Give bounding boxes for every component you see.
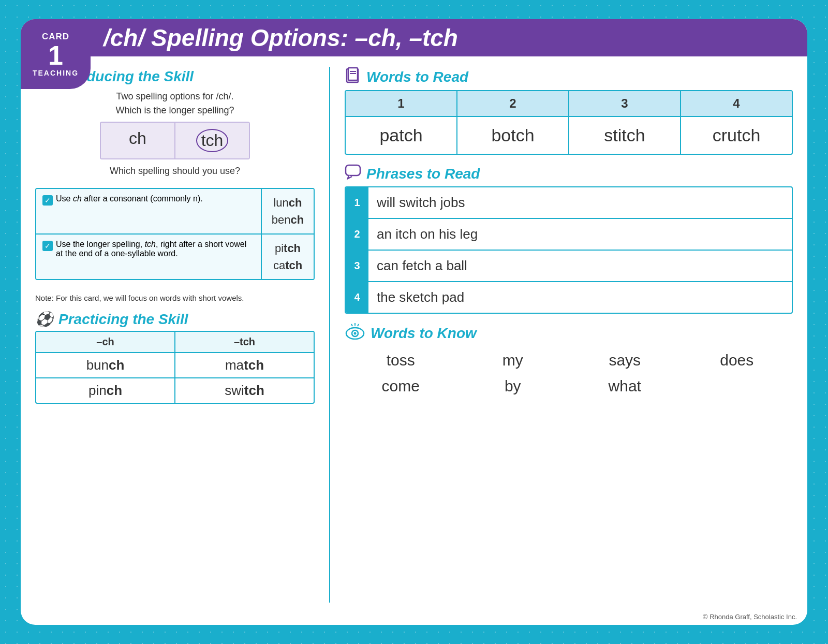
know-word-toss: toss <box>345 347 457 373</box>
svg-line-7 <box>358 324 359 326</box>
header-title: /ch/ Spelling Options: –ch, –tch <box>103 24 458 52</box>
words-table: 1 2 3 4 patch botch stitch crutch <box>345 90 793 155</box>
right-column: Words to Read 1 2 3 4 patch botch stitch… <box>345 67 793 603</box>
word-patch: patch <box>346 117 457 154</box>
words-to-know-grid: toss my says does come by what <box>345 347 793 399</box>
words-col-4: 4 <box>681 91 792 116</box>
rule-1-text: Use ch after a consonant (commonly n). <box>36 189 262 233</box>
eye-icon <box>345 323 365 343</box>
intro-text: Two spelling options for /ch/. Which is … <box>35 90 315 118</box>
card-sub-label: TEACHING <box>33 69 79 77</box>
column-divider <box>329 67 330 603</box>
rule-1-example: lunch bench <box>262 189 314 233</box>
card-number: 1 <box>48 42 63 69</box>
phrase-row-4: 4 the sketch pad <box>346 282 792 313</box>
phrase-text-1: will switch jobs <box>368 187 474 218</box>
ch-option1: ch <box>101 123 174 158</box>
know-word-come: come <box>345 373 457 399</box>
phrase-num-4: 4 <box>346 282 368 313</box>
know-word-my: my <box>457 347 569 373</box>
words-col-3: 3 <box>569 91 681 116</box>
copyright-text: © Rhonda Graff, Scholastic Inc. <box>703 613 797 621</box>
rules-table: Use ch after a consonant (commonly n). l… <box>35 188 315 280</box>
practice-cell-2-2: switch <box>175 378 314 403</box>
left-column: ✪ Introducing the Skill Two spelling opt… <box>35 67 315 603</box>
rule-row-2: Use the longer spelling, tch, right afte… <box>36 235 314 279</box>
words-header-row: 1 2 3 4 <box>346 91 792 116</box>
practice-col1-header: –ch <box>36 332 175 352</box>
footer: © Rhonda Graff, Scholastic Inc. <box>21 611 807 625</box>
rule-2-text: Use the longer spelling, tch, right afte… <box>36 235 262 279</box>
checkbox-icon-2 <box>42 241 53 251</box>
words-to-know-heading: Words to Know <box>345 323 793 343</box>
ch-option2: tch <box>174 123 249 158</box>
words-to-read-heading: Words to Read <box>345 67 793 87</box>
book-icon <box>345 67 361 87</box>
practice-table: –ch –tch bunch match pinch <box>35 331 315 404</box>
word-botch: botch <box>457 117 569 154</box>
phrases-heading: Phrases to Read <box>345 164 793 183</box>
note-text: Note: For this card, we will focus on wo… <box>35 292 315 303</box>
words-col-2: 2 <box>457 91 569 116</box>
practice-cell-2-1: pinch <box>36 378 175 403</box>
know-word-empty <box>681 373 793 399</box>
phrases-section: Phrases to Read 1 will switch jobs 2 an … <box>345 164 793 314</box>
svg-rect-4 <box>346 165 360 175</box>
word-stitch: stitch <box>569 117 681 154</box>
practice-row-1: bunch match <box>36 353 314 378</box>
svg-point-10 <box>354 332 357 335</box>
phrase-num-2: 2 <box>346 219 368 250</box>
phrase-num-1: 1 <box>346 187 368 218</box>
know-word-by: by <box>457 373 569 399</box>
practice-cell-1-2: match <box>175 353 314 377</box>
tch-circled: tch <box>196 129 229 152</box>
phrase-row-3: 3 can fetch a ball <box>346 251 792 282</box>
practice-section: ⚽ Practicing the Skill –ch –tch bunch ma… <box>35 311 315 404</box>
phrase-text-4: the sketch pad <box>368 282 472 313</box>
soccer-icon: ⚽ <box>35 311 53 328</box>
know-word-does: does <box>681 347 793 373</box>
phrase-num-3: 3 <box>346 251 368 281</box>
practice-cell-1-1: bunch <box>36 353 175 377</box>
speech-bubble-icon <box>345 164 361 183</box>
checkbox-icon-1 <box>42 195 53 206</box>
phrase-row-1: 1 will switch jobs <box>346 187 792 219</box>
practice-heading: ⚽ Practicing the Skill <box>35 311 315 328</box>
know-word-what: what <box>569 373 681 399</box>
words-to-read-section: Words to Read 1 2 3 4 patch botch stitch… <box>345 67 793 155</box>
card: CARD 1 TEACHING /ch/ Spelling Options: –… <box>21 19 807 625</box>
phrases-table: 1 will switch jobs 2 an itch on his leg … <box>345 186 793 314</box>
know-word-says: says <box>569 347 681 373</box>
words-data-row: patch botch stitch crutch <box>346 116 792 154</box>
header-bar: /ch/ Spelling Options: –ch, –tch <box>21 19 807 56</box>
svg-line-6 <box>351 324 352 326</box>
word-crutch: crutch <box>681 117 792 154</box>
practice-col2-header: –tch <box>175 332 314 352</box>
ch-options-table: ch tch <box>100 122 250 159</box>
phrase-text-3: can fetch a ball <box>368 251 476 281</box>
rule-2-example: pitch catch <box>262 235 314 279</box>
phrase-row-2: 2 an itch on his leg <box>346 219 792 251</box>
main-content: ✪ Introducing the Skill Two spelling opt… <box>21 56 807 611</box>
card-badge: CARD 1 TEACHING <box>21 19 91 89</box>
which-text: Which spelling should you use? <box>35 166 315 177</box>
words-to-know-section: Words to Know toss my says does come by … <box>345 323 793 399</box>
practice-row-2: pinch switch <box>36 378 314 403</box>
words-col-1: 1 <box>346 91 457 116</box>
phrase-text-2: an itch on his leg <box>368 219 486 250</box>
practice-header-row: –ch –tch <box>36 332 314 353</box>
rule-row-1: Use ch after a consonant (commonly n). l… <box>36 189 314 235</box>
